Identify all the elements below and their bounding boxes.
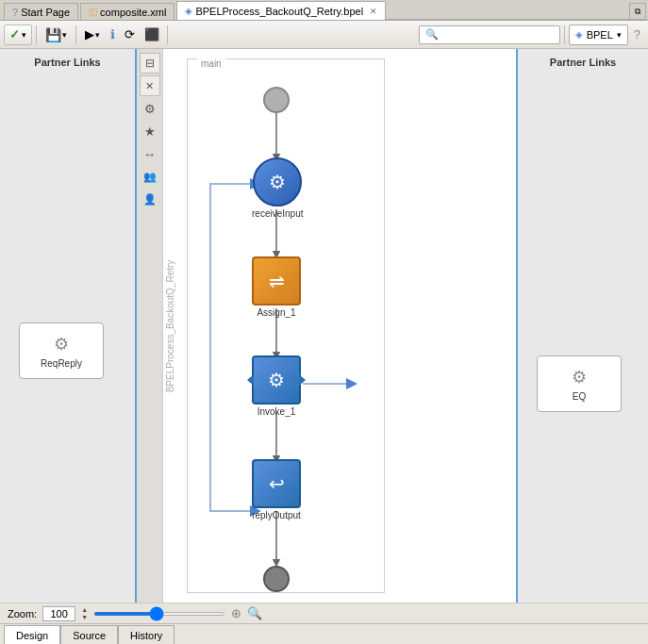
eq-gear-icon: ⚙ [572,367,587,388]
toolbar-btn3[interactable]: ⟳ [121,25,139,45]
left-partner-panel: Partner Links ⚙ ReqReply [0,49,137,603]
receive-input-node[interactable]: ⚙ receiveInput [252,157,303,219]
connections-svg [163,49,516,603]
zoom-target-icon: ⊕ [231,606,241,620]
end-node [263,566,290,592]
assign-label: Assign_1 [257,307,295,318]
receive-gear-icon: ⚙ [269,171,286,193]
check-btn[interactable]: ✓ ▾ [4,25,32,45]
tab-design[interactable]: Design [4,625,60,644]
strip-btn-star[interactable]: ★ [140,121,160,141]
reply-node-shape: ↩ [252,459,301,508]
search-box[interactable]: 🔍 [419,25,560,44]
bpel-canvas[interactable]: BPELProcess_BackoutQ_Retry main [163,49,516,603]
invoke-node[interactable]: ⚙ Invoke_1 [252,355,301,417]
invoke-gear-icon: ⚙ [268,369,285,391]
receive-node-shape: ⚙ [253,157,302,206]
help-icon: ? [634,27,640,41]
partner-box-eq[interactable]: ⚙ EQ [537,355,622,412]
app-window: ? Start Page ◫ composite.xml ◈ BPELProce… [0,0,648,644]
main-content: Partner Links ⚙ ReqReply ⊟ ✕ ⚙ ★ ↔ 👥 👤 [0,49,648,603]
start-icon: ? [12,7,18,18]
tab-bpel-close[interactable]: ✕ [370,7,377,16]
save-btn[interactable]: 💾 ▾ [41,25,72,45]
bpel-dropdown-arrow: ▾ [617,30,622,40]
bpel-dropdown-label: BPEL [587,29,613,41]
title-tabs: ? Start Page ◫ composite.xml ◈ BPELProce… [0,0,648,21]
assign-icon: ⇌ [269,270,285,292]
tab-history[interactable]: History [118,625,174,644]
composite-icon: ◫ [89,7,97,17]
tab-start[interactable]: ? Start Page [4,3,78,20]
right-partner-panel: Partner Links ⚙ EQ [516,49,648,603]
run-btn[interactable]: ▶ ▾ [80,25,105,45]
tab-source[interactable]: Source [60,625,118,644]
reqreply-label: ReqReply [41,358,82,369]
toolbar-sep1 [36,25,37,44]
bottom-tabs-bar: Design Source History [0,623,648,644]
tab-composite[interactable]: ◫ composite.xml [80,3,174,20]
eq-label: EQ [573,391,586,402]
zoom-slider-container [93,612,225,616]
bpel-dropdown-icon: ◈ [575,29,583,40]
info-icon: ℹ [110,27,115,41]
reply-icon: ↩ [269,472,285,495]
assign-node-shape: ⇌ [252,256,301,305]
save-icon: 💾 [45,27,61,42]
save-dropdown: ▾ [62,30,67,40]
partner-box-reqreply[interactable]: ⚙ ReqReply [19,322,104,379]
strip-btn-people2[interactable]: 👤 [140,189,160,209]
reqreply-gear-icon: ⚙ [54,334,69,355]
process-border-label: main [197,58,225,69]
help-btn[interactable]: ? [630,25,644,45]
zoom-up-down[interactable]: ▲ ▼ [81,606,88,621]
canvas-wrapper: ⊟ ✕ ⚙ ★ ↔ 👥 👤 BPELProcess_BackoutQ_Retry… [137,49,516,603]
strip-btn-people[interactable]: 👥 [140,166,160,187]
toolbar-sep3 [167,25,168,44]
receive-input-label: receiveInput [252,208,303,219]
bpel-icon: ◈ [185,6,192,16]
search-input[interactable] [439,29,542,41]
left-panel-title: Partner Links [34,49,100,75]
reply-output-label: replyOutput [252,510,301,520]
search-icon: 🔍 [425,28,439,41]
tab-composite-label: composite.xml [100,7,166,18]
strip-btn-x[interactable]: ✕ [140,75,160,96]
zoom-slider[interactable] [93,612,225,616]
toolbar-sep4 [564,25,565,44]
right-panel-title: Partner Links [550,49,616,75]
window-maximize[interactable]: ⧉ [629,3,646,20]
bpel-dropdown[interactable]: ◈ BPEL ▾ [569,25,628,45]
invoke-node-shape: ⚙ [252,355,301,405]
tab-bpel-label: BPELProcess_BackoutQ_Retry.bpel [195,6,363,17]
tab-bpel[interactable]: ◈ BPELProcess_BackoutQ_Retry.bpel ✕ [176,1,386,20]
run-dropdown: ▾ [95,30,100,40]
toolbar-btn4[interactable]: ⬛ [141,25,163,45]
zoom-search-icon: 🔍 [247,606,262,620]
reply-node[interactable]: ↩ replyOutput [252,459,301,520]
assign-node[interactable]: ⇌ Assign_1 [252,256,301,318]
main-toolbar: ✓ ▾ 💾 ▾ ▶ ▾ ℹ ⟳ ⬛ 🔍 ◈ BPE [0,21,648,49]
strip-collapse-btn[interactable]: ⊟ [140,53,160,74]
invoke-label: Invoke_1 [258,406,296,417]
toolbar-btn2[interactable]: ℹ [107,25,119,45]
check-dropdown: ▾ [22,30,26,40]
process-label: BPELProcess_BackoutQ_Retry [165,259,175,392]
strip-btn-gear[interactable]: ⚙ [140,98,160,119]
zoom-label: Zoom: [8,608,37,619]
strip-btn-arrow[interactable]: ↔ [140,143,160,164]
toolbar-sep2 [75,25,76,44]
run-icon: ▶ [85,27,94,41]
deploy-icon: ⬛ [144,27,159,41]
start-node [263,87,290,113]
tab-start-label: Start Page [21,7,70,18]
check-icon: ✓ [9,27,20,41]
zoom-bar: Zoom: ▲ ▼ ⊕ 🔍 [0,603,648,623]
refresh-icon: ⟳ [125,27,135,41]
zoom-input[interactable] [42,606,75,621]
left-icon-strip: ⊟ ✕ ⚙ ★ ↔ 👥 👤 [137,49,163,603]
